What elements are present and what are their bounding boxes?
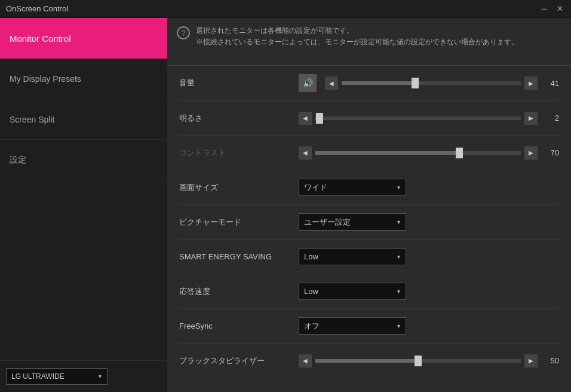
- volume-icon: 🔊: [299, 74, 317, 92]
- control-label-response-speed: 応答速度: [179, 286, 299, 297]
- slider-btn-right-black-stabilizer[interactable]: ▶: [524, 354, 538, 368]
- sidebar-item-screen-split[interactable]: Screen Split: [0, 99, 167, 140]
- select-picture-mode[interactable]: ユーザー設定: [299, 213, 406, 231]
- select-wrapper-smart-energy: Low: [299, 248, 406, 265]
- control-label-volume: 音量: [179, 78, 299, 88]
- minimize-button[interactable]: ─: [539, 4, 549, 14]
- slider-track-brightness[interactable]: [315, 117, 521, 120]
- controls-area: 音量🔊◀▶41明るさ◀▶2コントラスト◀▶70画面サイズワイドピクチャーモードユ…: [167, 66, 571, 392]
- control-row-response-speed: 応答速度Low: [179, 274, 559, 309]
- control-row-smart-energy: SMART ENERGY SAVINGLow: [179, 240, 559, 274]
- control-label-screen-size: 画面サイズ: [179, 182, 299, 193]
- slider-btn-left-black-stabilizer[interactable]: ◀: [299, 354, 312, 368]
- select-wrapper-response-speed: Low: [299, 283, 406, 300]
- content-area: ? 選択されたモニターは各機能の設定が可能です。 ※接続されているモニターによっ…: [167, 18, 571, 392]
- dropdown-control-screen-size: ワイド: [299, 179, 559, 196]
- title-bar: OnScreen Control ─ ✕: [0, 0, 571, 18]
- sidebar-label-my-display-presets: My Display Presets: [10, 74, 81, 84]
- control-label-picture-mode: ピクチャーモード: [179, 217, 299, 228]
- slider-thumb-volume[interactable]: [412, 78, 419, 88]
- control-label-contrast: コントラスト: [179, 148, 299, 158]
- info-banner: ? 選択されたモニターは各機能の設定が可能です。 ※接続されているモニターによっ…: [167, 18, 571, 66]
- sidebar-monitor-section: LG ULTRAWIDE: [0, 360, 167, 392]
- main-layout: Monitor Control My Display Presets Scree…: [0, 18, 571, 392]
- dropdown-control-response-speed: Low: [299, 283, 559, 300]
- slider-value-contrast: 70: [541, 148, 559, 157]
- sidebar-item-my-display-presets[interactable]: My Display Presets: [0, 59, 167, 99]
- slider-fill-contrast: [315, 151, 459, 155]
- select-smart-energy[interactable]: Low: [299, 248, 406, 265]
- window-controls: ─ ✕: [539, 4, 565, 14]
- control-row-black-stabilizer: ブラックスタビライザー◀▶50: [179, 344, 559, 378]
- control-row-screen-size: 画面サイズワイド: [179, 170, 559, 205]
- sidebar-label-screen-split: Screen Split: [10, 115, 54, 124]
- slider-btn-left-brightness[interactable]: ◀: [299, 112, 312, 125]
- slider-btn-right-brightness[interactable]: ▶: [524, 112, 538, 125]
- select-screen-size[interactable]: ワイド: [299, 179, 406, 196]
- slider-control-brightness: ◀▶2: [299, 112, 559, 125]
- control-label-freesync: FreeSync: [179, 321, 299, 330]
- sidebar-item-settings[interactable]: 設定: [0, 140, 167, 180]
- info-icon: ?: [177, 26, 190, 39]
- slider-fill-black-stabilizer: [315, 359, 418, 363]
- control-row-freesync: FreeSyncオフ: [179, 309, 559, 344]
- dropdown-control-freesync: オフ: [299, 317, 559, 335]
- slider-fill-volume: [342, 81, 415, 85]
- select-wrapper-screen-size: ワイド: [299, 179, 406, 196]
- sidebar: Monitor Control My Display Presets Scree…: [0, 18, 167, 392]
- control-row-picture-mode: ピクチャーモードユーザー設定: [179, 205, 559, 240]
- select-response-speed[interactable]: Low: [299, 283, 406, 300]
- slider-track-volume[interactable]: [342, 81, 521, 85]
- slider-value-volume: 41: [541, 79, 559, 88]
- select-freesync[interactable]: オフ: [299, 317, 406, 335]
- monitor-dropdown[interactable]: LG ULTRAWIDE: [6, 368, 108, 385]
- control-label-smart-energy: SMART ENERGY SAVING: [179, 252, 299, 261]
- sidebar-active-label: Monitor Control: [10, 33, 71, 44]
- slider-thumb-black-stabilizer[interactable]: [415, 356, 422, 366]
- slider-value-brightness: 2: [541, 114, 559, 122]
- dropdown-control-smart-energy: Low: [299, 248, 559, 265]
- slider-thumb-contrast[interactable]: [456, 148, 463, 158]
- slider-value-black-stabilizer: 50: [541, 356, 559, 365]
- control-row-brightness: 明るさ◀▶2: [179, 101, 559, 136]
- sidebar-label-settings: 設定: [10, 155, 26, 166]
- slider-thumb-brightness[interactable]: [316, 113, 323, 124]
- slider-track-contrast[interactable]: [315, 151, 521, 155]
- dropdown-control-picture-mode: ユーザー設定: [299, 213, 559, 231]
- slider-btn-left-volume[interactable]: ◀: [325, 76, 338, 90]
- slider-btn-right-contrast[interactable]: ▶: [524, 146, 538, 160]
- sidebar-item-monitor-control[interactable]: Monitor Control: [0, 18, 167, 59]
- info-line2: ※接続されているモニターによっては、モニターが設定可能な値の設定ができない場合が…: [196, 36, 518, 48]
- control-label-brightness: 明るさ: [179, 113, 299, 124]
- slider-btn-right-volume[interactable]: ▶: [524, 76, 538, 90]
- select-wrapper-picture-mode: ユーザー設定: [299, 213, 406, 231]
- monitor-select-wrapper: LG ULTRAWIDE: [6, 368, 108, 385]
- control-row-contrast: コントラスト◀▶70: [179, 136, 559, 170]
- info-text: 選択されたモニターは各機能の設定が可能です。 ※接続されているモニターによっては…: [196, 25, 518, 48]
- sidebar-spacer: [0, 180, 167, 360]
- app-title: OnScreen Control: [6, 4, 68, 13]
- select-wrapper-freesync: オフ: [299, 317, 406, 335]
- slider-track-black-stabilizer[interactable]: [315, 359, 521, 363]
- slider-control-contrast: ◀▶70: [299, 146, 559, 160]
- control-label-black-stabilizer: ブラックスタビライザー: [179, 356, 299, 366]
- control-row-volume: 音量🔊◀▶41: [179, 66, 559, 101]
- slider-btn-left-contrast[interactable]: ◀: [299, 146, 312, 160]
- slider-control-volume: 🔊◀▶41: [299, 74, 559, 92]
- info-line1: 選択されたモニターは各機能の設定が可能です。: [196, 25, 518, 36]
- slider-control-black-stabilizer: ◀▶50: [299, 354, 559, 368]
- close-button[interactable]: ✕: [554, 4, 565, 14]
